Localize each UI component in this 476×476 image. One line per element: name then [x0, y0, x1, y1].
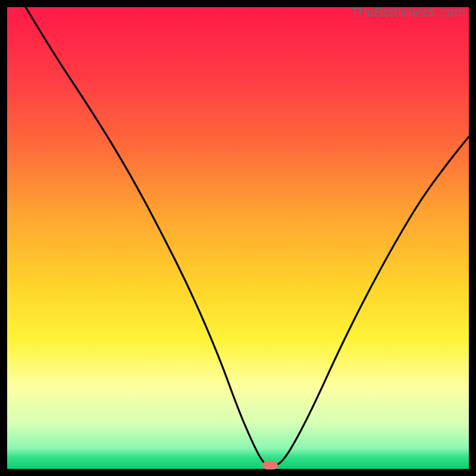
bottleneck-chart	[7, 7, 469, 469]
chart-frame: TheBottleneck.com	[7, 7, 469, 469]
gradient-background	[7, 7, 469, 469]
watermark-text: TheBottleneck.com	[351, 5, 465, 20]
optimal-point-marker	[262, 461, 278, 469]
